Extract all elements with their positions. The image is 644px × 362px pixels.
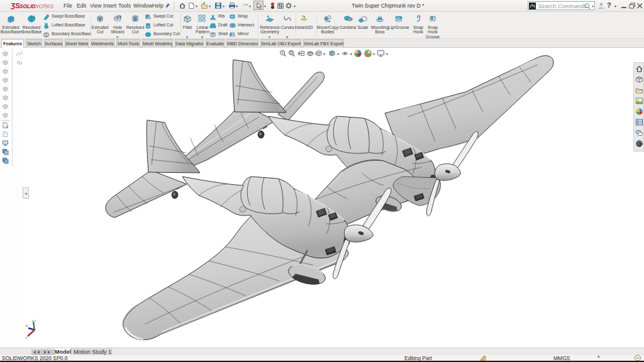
svg-text:WORKS: WORKS: [34, 3, 53, 9]
svg-text:ƷS: ƷS: [11, 2, 20, 9]
svg-text:x: x: [25, 336, 27, 339]
svg-text:3d: 3d: [397, 16, 399, 19]
svg-text:3D: 3D: [231, 15, 234, 18]
svg-text:SOLID: SOLID: [19, 3, 35, 9]
svg-text:z: z: [26, 324, 28, 327]
